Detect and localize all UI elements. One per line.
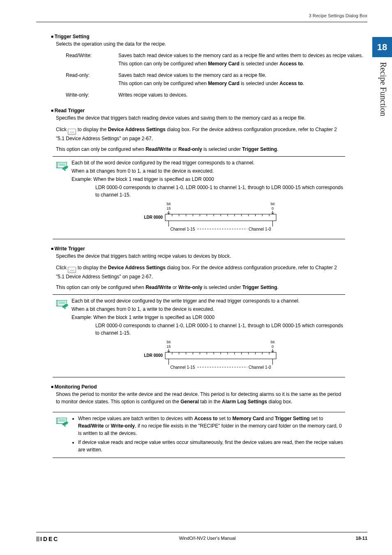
footer-title: WindO/I-NV2 User's Manual	[59, 535, 355, 543]
heading-trigger-setting: Trigger Setting	[51, 33, 367, 40]
heading-read-trigger: Read Trigger	[51, 107, 367, 114]
bit-diagram: bit15bit0LDR 0000Channel 1-15Channel 1-0	[130, 340, 286, 373]
footer-logo: IDEC	[36, 535, 59, 543]
heading-monitoring-period: Monitoring Period	[51, 383, 367, 391]
definition-desc: Writes recipe values to devices.	[118, 91, 367, 99]
text-post: to display the Device Address Settings d…	[56, 127, 337, 141]
note-bullet: If device value reads and recipe value w…	[78, 439, 345, 453]
text-pre: Click	[56, 127, 68, 132]
svg-text:bit: bit	[167, 340, 171, 344]
svg-text:0: 0	[272, 345, 274, 349]
definition-row: Read-only:Saves batch read device values…	[66, 72, 367, 88]
text-post: to display the Device Address Settings d…	[56, 265, 337, 280]
note-example-body: LDR 0000-0 corresponds to channel 1-0, L…	[95, 184, 345, 199]
note-read-trigger: Each bit of the word device configured b…	[53, 156, 345, 239]
intro-read-trigger: Specifies the device that triggers batch…	[56, 114, 367, 122]
definition-line: This option can only be configured when …	[118, 60, 367, 67]
text-pre: Click	[56, 265, 68, 271]
svg-text:Channel 1-0: Channel 1-0	[249, 365, 271, 370]
read-trigger-option-line: This option can only be configured when …	[56, 146, 367, 153]
svg-text:Channel 1-15: Channel 1-15	[170, 227, 195, 231]
note-icon	[53, 297, 71, 375]
bit-diagram: bit15bit0LDR 0000Channel 1-15Channel 1-0	[130, 202, 286, 235]
svg-text:15: 15	[166, 345, 171, 349]
read-trigger-click-line: Click … to display the Device Address Se…	[56, 126, 367, 142]
svg-text:Channel 1-0: Channel 1-0	[249, 227, 271, 231]
svg-text:bit: bit	[167, 202, 171, 206]
note-bullet: When recipe values are batch written to …	[78, 415, 345, 437]
note-write-trigger: Each bit of the word device configured b…	[53, 294, 345, 377]
monitoring-period-text: Shows the period to monitor the write de…	[56, 391, 367, 405]
note-icon	[53, 159, 71, 236]
note-final: When recipe values are batch written to …	[53, 412, 345, 458]
definition-desc: Saves batch read device values to the me…	[118, 52, 367, 68]
heading-write-trigger: Write Trigger	[51, 245, 367, 252]
svg-text:Channel 1-15: Channel 1-15	[170, 365, 195, 370]
definition-term: Write-only:	[66, 91, 118, 99]
note-line: When a bit changes from 0 to 1, a write …	[71, 305, 345, 313]
definition-line: This option can only be configured when …	[118, 80, 367, 87]
definition-term: Read/Write:	[66, 52, 118, 68]
write-trigger-click-line: Click … to display the Device Address Se…	[56, 264, 367, 280]
svg-text:LDR 0000: LDR 0000	[144, 215, 163, 220]
trigger-setting-table: Read/Write:Saves batch read device value…	[66, 52, 367, 99]
definition-line: Writes recipe values to devices.	[118, 91, 367, 99]
note-example-lead: Example: When the block 1 write trigger …	[71, 314, 345, 321]
ellipsis-button-icon[interactable]: …	[68, 267, 76, 273]
page-footer: IDEC WindO/I-NV2 User's Manual 18-11	[36, 532, 367, 543]
breadcrumb: 3 Recipe Settings Dialog Box	[36, 12, 367, 22]
footer-page-number: 18-11	[356, 535, 367, 543]
definition-term: Read-only:	[66, 72, 118, 88]
svg-text:15: 15	[166, 206, 171, 210]
svg-text:0: 0	[272, 206, 274, 210]
note-line: Each bit of the word device configured b…	[71, 297, 345, 305]
note-example-body: LDR 0000-0 corresponds to channel 1-0, L…	[95, 322, 345, 337]
definition-line: Saves batch read device values to the me…	[118, 72, 367, 79]
note-line: When a bit changes from 0 to 1, a read t…	[71, 167, 345, 175]
definition-desc: Saves batch read device values to the me…	[118, 72, 367, 88]
svg-text:bit: bit	[271, 340, 275, 344]
definition-line: Saves batch read device values to the me…	[118, 52, 367, 59]
note-icon	[53, 415, 71, 455]
intro-trigger-setting: Selects the operation using the data for…	[56, 40, 367, 48]
note-line: Each bit of the word device configured b…	[71, 159, 345, 166]
ellipsis-button-icon[interactable]: …	[68, 129, 76, 135]
note-example-lead: Example: When the block 1 read trigger i…	[71, 176, 345, 183]
write-trigger-option-line: This option can only be configured when …	[56, 284, 367, 291]
definition-row: Read/Write:Saves batch read device value…	[66, 52, 367, 68]
svg-text:bit: bit	[271, 202, 275, 206]
intro-write-trigger: Specifies the device that triggers batch…	[56, 252, 367, 260]
definition-row: Write-only:Writes recipe values to devic…	[66, 91, 367, 99]
svg-text:LDR 0000: LDR 0000	[144, 353, 163, 358]
